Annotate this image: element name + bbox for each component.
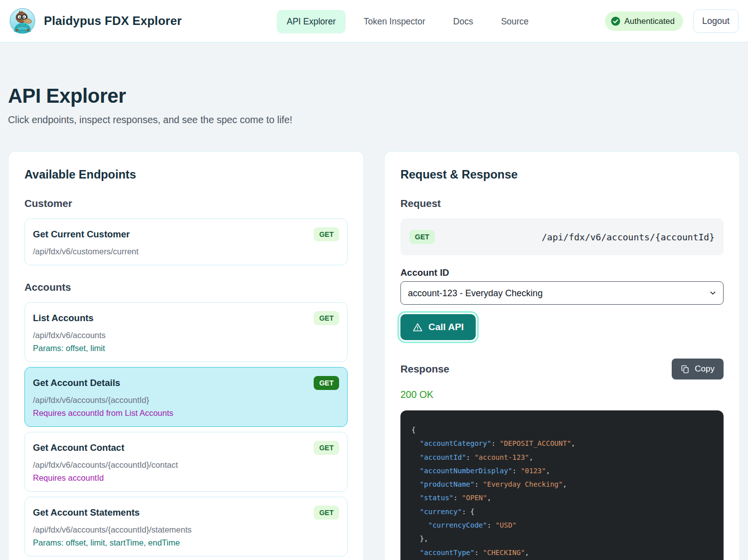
code-line: "currency": { (411, 505, 713, 519)
endpoint-groups: CustomerGet Current CustomerGET/api/fdx/… (24, 197, 348, 560)
request-method-badge: GET (409, 230, 435, 244)
code-line: "accountNumberDisplay": "0123", (411, 464, 713, 478)
call-api-label: Call API (428, 322, 464, 333)
top-bar: Plaidypus FDX Explorer API ExplorerToken… (0, 0, 748, 43)
alert-triangle-icon (412, 322, 423, 333)
page-title: API Explorer (8, 84, 740, 108)
account-select-wrap: account-123 - Everyday Checking (400, 281, 724, 305)
endpoint-group-accounts: Accounts (24, 281, 348, 293)
endpoint-path: /api/fdx/v6/accounts (33, 331, 339, 340)
check-circle-icon (611, 16, 620, 26)
code-line: "accountId": "account-123", (411, 451, 713, 464)
endpoint-note: Requires accountId (33, 473, 339, 483)
account-id-select[interactable]: account-123 - Everyday Checking (400, 281, 724, 305)
code-line: "currencyCode": "USD" (411, 519, 713, 532)
request-path: /api/fdx/v6/accounts/{accountId} (542, 232, 715, 242)
endpoint-name: Get Account Contact (33, 441, 124, 453)
page-subtitle: Click endpoints, inspect responses, and … (8, 114, 740, 126)
auth-status-label: Authenticated (624, 16, 675, 26)
nav-item-source[interactable]: Source (491, 10, 539, 33)
endpoint-name: Get Account Details (33, 376, 120, 388)
endpoint-name: Get Current Customer (33, 227, 130, 240)
endpoint-card-get-current-customer[interactable]: Get Current CustomerGET/api/fdx/v6/custo… (24, 218, 348, 265)
endpoint-path: /api/fdx/v6/customers/current (33, 247, 339, 256)
auth-status-badge: Authenticated (605, 11, 683, 31)
method-badge: GET (314, 506, 339, 520)
endpoint-path: /api/fdx/v6/accounts/{accountId}/stateme… (33, 525, 339, 535)
endpoint-note: Requires accountId from List Accounts (33, 408, 339, 418)
endpoint-path: /api/fdx/v6/accounts/{accountId}/contact (33, 460, 339, 470)
endpoint-group-customer: Customer (24, 197, 348, 209)
request-response-title: Request & Response (400, 168, 724, 182)
endpoint-name: List Accounts (33, 311, 94, 324)
code-line: "productName": "Everyday Checking", (411, 478, 713, 491)
request-label: Request (400, 197, 724, 209)
main-nav: API ExplorerToken InspectorDocsSource (277, 0, 539, 43)
code-line: "accountType": "CHECKING", (411, 546, 713, 560)
response-status: 200 OK (400, 388, 724, 400)
app-title: Plaidypus FDX Explorer (44, 14, 182, 28)
endpoint-note: Params: offset, limit, startTime, endTim… (33, 538, 339, 548)
response-label: Response (400, 363, 449, 375)
endpoint-path: /api/fdx/v6/accounts/{accountId} (33, 395, 339, 405)
method-badge: GET (314, 441, 339, 455)
main-content: API Explorer Click endpoints, inspect re… (0, 84, 748, 560)
endpoint-card-list-accounts[interactable]: List AccountsGET/api/fdx/v6/accountsPara… (24, 302, 348, 362)
request-response-panel: Request & Response Request GET /api/fdx/… (384, 151, 740, 560)
endpoint-card-get-account-contact[interactable]: Get Account ContactGET/api/fdx/v6/accoun… (24, 432, 348, 492)
nav-item-api-explorer[interactable]: API Explorer (277, 10, 346, 33)
logout-button[interactable]: Logout (693, 9, 739, 33)
code-line: }, (411, 532, 713, 546)
copy-icon (681, 365, 690, 374)
endpoint-card-get-account-details[interactable]: Get Account DetailsGET/api/fdx/v6/accoun… (24, 367, 348, 427)
code-line: { (411, 423, 713, 437)
request-summary: GET /api/fdx/v6/accounts/{accountId} (400, 218, 724, 255)
platypus-logo-icon (9, 8, 35, 34)
nav-item-token-inspector[interactable]: Token Inspector (354, 10, 435, 33)
copy-button-label: Copy (695, 364, 715, 374)
call-api-button[interactable]: Call API (400, 314, 476, 340)
brand: Plaidypus FDX Explorer (9, 8, 182, 34)
copy-button[interactable]: Copy (672, 359, 724, 379)
code-line: "accountCategory": "DEPOSIT_ACCOUNT", (411, 437, 713, 450)
account-id-label: Account ID (400, 267, 724, 278)
endpoint-card-get-account-statements[interactable]: Get Account StatementsGET/api/fdx/v6/acc… (24, 497, 348, 557)
endpoint-name: Get Account Statements (33, 506, 140, 518)
nav-item-docs[interactable]: Docs (443, 10, 483, 33)
header-right-group: Authenticated Logout (605, 9, 739, 33)
method-badge: GET (314, 311, 339, 325)
method-badge: GET (314, 376, 339, 390)
endpoints-panel: Available Endpoints CustomerGet Current … (8, 151, 364, 560)
code-line: "status": "OPEN", (411, 491, 713, 505)
endpoint-note: Params: offset, limit (33, 344, 339, 353)
method-badge: GET (314, 227, 339, 241)
response-json: { "accountCategory": "DEPOSIT_ACCOUNT", … (400, 410, 724, 560)
endpoints-panel-title: Available Endpoints (24, 168, 348, 182)
